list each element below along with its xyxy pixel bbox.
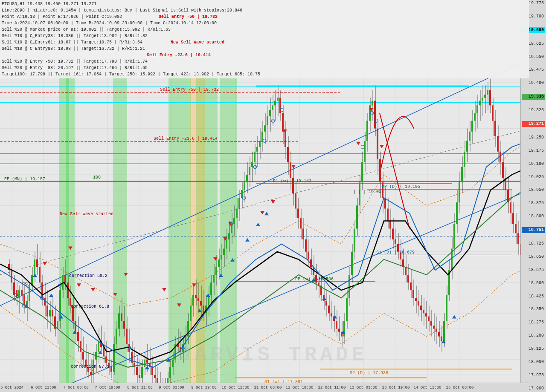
price-label-18_800: 18.800 (522, 214, 545, 219)
header-line-3: Point A:19.13 | Point B:17.926 | Point C… (2, 14, 527, 20)
time-label: 13 Oct 19:00 (382, 386, 410, 390)
price-label-19_336: 19.336 (522, 94, 545, 100)
price-label-19_271: 19.271 (522, 121, 545, 127)
price-label-19_025: 19.025 (522, 175, 545, 180)
header-line-7: Sell %10 @ C_Entry61: 18.67 || Target:10… (2, 39, 527, 46)
price-label-18_950: 18.950 (522, 187, 545, 193)
price-label-18_875: 18.875 (522, 201, 545, 206)
time-label: 7 Oct 03:00 (63, 386, 88, 390)
price-label-18_275: 18.275 (522, 320, 545, 325)
time-label: 6 Oct 11:00 (31, 386, 56, 390)
time-label: 9 Oct 19:00 (191, 386, 216, 390)
time-label: 7 Oct 19:00 (95, 386, 120, 390)
header-line-2: Line:2898 | h1_atr_c0: 0.1454 | tema_h1_… (2, 7, 527, 14)
price-label-18_125: 18.125 (522, 346, 545, 352)
chart-container: ETCUSD,H1 19.438 19.460 19.271 19.271 Li… (0, 0, 546, 392)
header-line-6: Sell %10 @ C_Entry38: 18.386 || Target:1… (2, 33, 527, 39)
header-line-1: ETCUSD,H1 19.438 19.460 19.271 19.271 (2, 1, 527, 7)
symbol-label: ETCUSD (2, 2, 17, 6)
time-axis: 5 Oct 20246 Oct 11:007 Oct 03:007 Oct 19… (0, 383, 529, 392)
price-label-19_100: 19.100 (522, 161, 545, 167)
info-header: ETCUSD,H1 19.438 19.460 19.271 19.271 Li… (0, 0, 529, 78)
header-line-9: Sell Entry -23.6 | 19.414 (2, 52, 527, 58)
time-label: 13 Oct 03:00 (350, 386, 378, 390)
price-label-19_400: 19.400 (522, 81, 545, 86)
time-label: 14 Oct 11:00 (414, 386, 441, 390)
time-label: 15 Oct 03:00 (446, 386, 474, 390)
price-label-18_350: 18.350 (522, 307, 545, 312)
time-label: 11 Oct 19:00 (286, 386, 314, 390)
price-label-18_200: 18.200 (522, 333, 545, 338)
price-label-18_500: 18.500 (522, 281, 545, 286)
price-label-18_725: 18.725 (522, 241, 545, 246)
time-label: 12 Oct 11:00 (318, 386, 346, 390)
header-line-12: Target100: 17.798 || Target 161: 17.054 … (2, 71, 527, 78)
header-line-5: Sell %20 @ Market price or at: 19.002 ||… (2, 26, 527, 33)
price-label-18_650: 18.650 (522, 254, 545, 259)
time-label: 9 Oct 03:00 (159, 386, 184, 390)
price-label-19_250: 19.250 (522, 135, 545, 140)
time-label: 8 Oct 11:00 (127, 386, 152, 390)
time-label: 11 Oct 03:00 (254, 386, 282, 390)
header-line-8: Sell %10 @ C_Entry88: 18.98 || Target:16… (2, 46, 527, 52)
price-label-18_425: 18.425 (522, 294, 545, 299)
price-label-19_325: 19.325 (522, 108, 545, 113)
price-label-19_175: 19.175 (522, 148, 545, 153)
header-line-11: Sell %20 @ Entry -88: 20.197 || Target:1… (2, 65, 527, 71)
time-label: 10 Oct 11:00 (222, 386, 250, 390)
header-line-4: Time A:2024.10.07 05:00:00 | Time B:2024… (2, 20, 527, 26)
header-line-10: Sell %20 @ Entry -50: 19.732 || Target:1… (2, 58, 527, 65)
time-label: 5 Oct 2024 (0, 386, 23, 390)
price-label-17_975: 17.975 (522, 373, 545, 378)
price-label-18_751: 18.751 (522, 227, 545, 233)
price-label-18_575: 18.575 (522, 268, 545, 273)
price-label-18_050: 18.050 (522, 360, 545, 365)
